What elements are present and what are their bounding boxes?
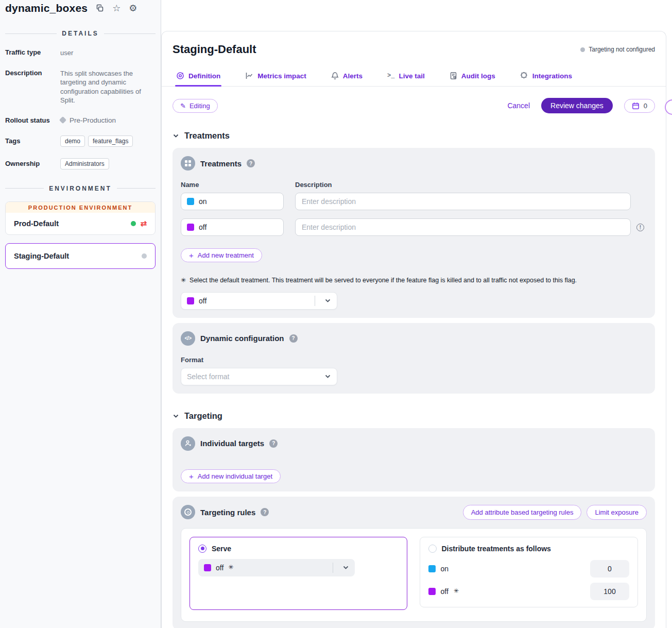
format-select[interactable]: Select format — [181, 368, 337, 385]
star-icon[interactable]: ☆ — [112, 4, 120, 13]
editing-label: Editing — [189, 102, 210, 110]
environment-card-prod[interactable]: PRODUCTION ENVIRONMENT Prod-Default ⇄ — [5, 201, 156, 235]
editing-button[interactable]: ✎ Editing — [173, 99, 218, 113]
treatments-section-header[interactable]: Treatments — [173, 131, 655, 141]
calendar-icon — [632, 102, 640, 110]
ownership-label: Ownership — [5, 160, 60, 167]
tab-label: Live tail — [399, 72, 424, 80]
tab-audit-logs[interactable]: Audit logs — [449, 70, 496, 86]
environment-card-staging[interactable]: Staging-Default — [5, 243, 156, 269]
description-value: This split showcases the targeting and d… — [60, 69, 152, 105]
tab-label: Integrations — [532, 72, 572, 80]
treatment-description-input-on[interactable] — [295, 193, 631, 210]
tags-row: Tags demo feature_flags — [5, 135, 156, 147]
tab-metrics-impact[interactable]: Metrics impact — [244, 70, 307, 86]
gear-icon[interactable]: ⚙ — [129, 4, 137, 13]
help-icon[interactable]: ? — [289, 334, 298, 343]
environment-panel: Staging-Default Targeting not configured… — [161, 31, 666, 628]
tag-chip[interactable]: feature_flags — [88, 135, 133, 147]
cancel-button[interactable]: Cancel — [507, 101, 530, 110]
select-divider — [315, 296, 315, 306]
treatment-color-swatch-off — [187, 224, 194, 231]
treatment-color-swatch-off — [428, 588, 436, 595]
traffic-type-value: user — [60, 48, 73, 58]
tab-label: Audit logs — [461, 72, 495, 80]
serve-radio[interactable] — [198, 545, 206, 553]
tab-integrations[interactable]: Integrations — [519, 70, 573, 86]
treatment-color-swatch-on — [428, 565, 436, 572]
add-new-treatment-button[interactable]: + Add new treatment — [181, 248, 262, 262]
help-icon[interactable]: ? — [269, 439, 278, 448]
description-row: Description This split showcases the tar… — [5, 69, 156, 105]
scheduled-changes-button[interactable]: 0 — [624, 99, 655, 113]
distribute-percent-input-off[interactable] — [590, 583, 629, 600]
terminal-icon: >_ — [387, 72, 394, 79]
flag-name: dynamic_boxes — [5, 2, 88, 14]
flag-header: dynamic_boxes ☆ ⚙ — [5, 0, 156, 14]
environment-heading: ENVIRONMENT — [5, 185, 156, 192]
add-individual-target-button[interactable]: + Add new individual target — [181, 469, 281, 483]
help-icon[interactable]: ? — [247, 159, 255, 167]
tag-chip[interactable]: demo — [60, 135, 85, 147]
dynamic-config-title: Dynamic configuration — [200, 334, 284, 343]
tab-alerts[interactable]: Alerts — [330, 70, 364, 86]
distribute-radio[interactable] — [428, 545, 437, 553]
status-dot — [580, 47, 585, 52]
serve-option-card[interactable]: Serve off ✳ — [189, 537, 407, 610]
tab-label: Definition — [188, 72, 220, 80]
tab-bar: Definition Metrics impact Alerts — [162, 70, 666, 87]
add-individual-label: Add new individual target — [198, 472, 272, 480]
tab-label: Metrics impact — [257, 72, 306, 80]
help-icon[interactable]: ? — [261, 508, 269, 516]
treatments-section-title: Treatments — [184, 131, 230, 141]
default-asterisk-icon: ✳ — [181, 277, 186, 285]
env-active-dot — [131, 221, 136, 226]
traffic-type-label: Traffic type — [5, 48, 60, 58]
rollout-status-label: Rollout status — [5, 116, 60, 124]
treatment-description-input-off[interactable] — [295, 218, 631, 236]
default-treatment-select[interactable]: off — [181, 292, 337, 310]
targeting-status-badge: Targeting not configured — [580, 46, 655, 53]
review-changes-button[interactable]: Review changes — [541, 98, 613, 113]
limit-exposure-button[interactable]: Limit exposure — [587, 505, 647, 520]
code-icon: </> — [181, 331, 195, 346]
select-divider — [333, 563, 333, 573]
swap-arrows-icon[interactable]: ⇄ — [140, 219, 147, 227]
owner-chip[interactable]: Administrators — [60, 158, 109, 169]
serve-treatment-select[interactable]: off ✳ — [198, 559, 355, 576]
distribute-percent-input-on[interactable] — [590, 560, 629, 578]
tags-label: Tags — [5, 137, 60, 145]
default-asterisk-icon: ✳ — [454, 587, 459, 596]
env-inactive-dot — [142, 253, 147, 259]
treatment-name-input-off[interactable]: off — [181, 218, 284, 236]
ownership-row: Ownership Administrators — [5, 158, 156, 169]
distribute-option-card[interactable]: Distribute treatments as follows on off — [420, 537, 639, 607]
default-treatment-note: ✳ Select the default treatment. This tre… — [181, 277, 647, 285]
distribute-row-on: on — [428, 560, 630, 578]
toolbar: ✎ Editing Cancel Review changes 0 — [173, 98, 655, 113]
treatments-icon — [181, 156, 195, 171]
tab-label: Alerts — [343, 72, 363, 80]
default-note-text: Select the default treatment. This treat… — [189, 277, 577, 284]
targeting-rules-title: Targeting rules — [200, 508, 255, 517]
details-heading: DETAILS — [5, 30, 156, 37]
distribute-row-off: off ✳ — [428, 583, 630, 600]
individual-targets-card: Individual targets ? + Add new individua… — [173, 428, 655, 491]
tab-live-tail[interactable]: >_ Live tail — [386, 70, 426, 86]
copy-icon[interactable] — [96, 4, 104, 12]
targeting-section-header[interactable]: Targeting — [173, 411, 655, 421]
default-asterisk-icon: ✳ — [228, 564, 233, 572]
treatment-name-input-on[interactable]: on — [181, 193, 284, 210]
page-title: Staging-Default — [173, 43, 256, 56]
default-treatment-value: off — [199, 297, 310, 305]
tab-definition[interactable]: Definition — [175, 70, 221, 86]
info-icon[interactable]: ! — [636, 224, 644, 231]
serve-label: Serve — [212, 545, 231, 553]
bullseye-icon — [181, 505, 195, 519]
add-attribute-rules-button[interactable]: Add attribute based targeting rules — [463, 505, 582, 520]
rollout-status-icon — [59, 116, 66, 124]
environment-name-staging: Staging-Default — [14, 252, 69, 260]
panel-header: Staging-Default Targeting not configured — [173, 31, 655, 56]
chevron-down-icon — [324, 297, 331, 304]
targeting-rules-card: Targeting rules ? Add attribute based ta… — [173, 497, 655, 628]
